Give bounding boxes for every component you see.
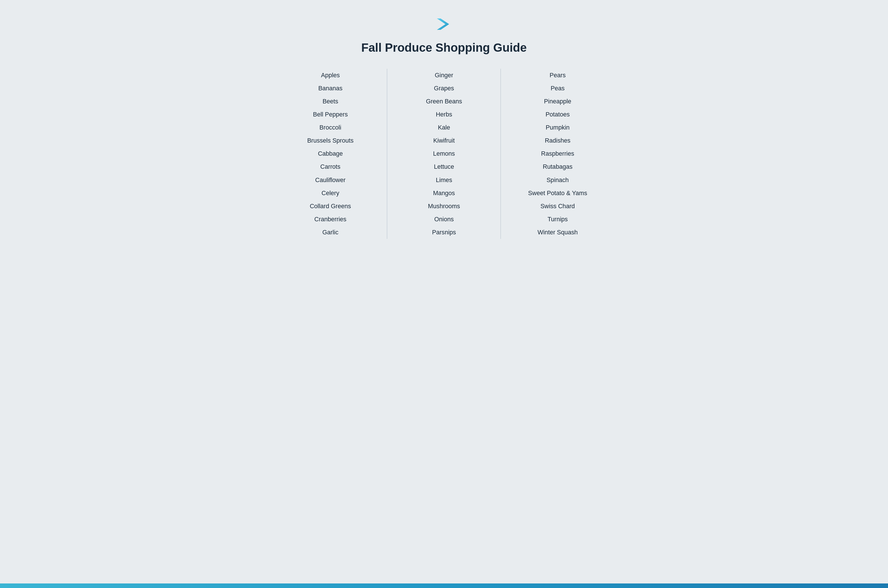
list-item: Collard Greens — [279, 200, 381, 213]
list-item: Pears — [507, 69, 609, 82]
logo-chevron-icon — [435, 17, 453, 31]
list-item: Celery — [279, 187, 381, 200]
column-1: ApplesBananasBeetsBell PeppersBroccoliBr… — [273, 69, 387, 239]
list-item: Peas — [507, 82, 609, 95]
list-item: Carrots — [279, 160, 381, 173]
column-2: GingerGrapesGreen BeansHerbsKaleKiwifrui… — [387, 69, 501, 239]
list-item: Pineapple — [507, 95, 609, 108]
list-item: Herbs — [393, 108, 495, 121]
list-item: Parsnips — [393, 226, 495, 239]
footer-bar — [0, 584, 888, 588]
page-title: Fall Produce Shopping Guide — [362, 41, 526, 54]
list-item: Rutabagas — [507, 160, 609, 173]
list-item: Winter Squash — [507, 226, 609, 239]
list-item: Bananas — [279, 82, 381, 95]
list-item: Raspberries — [507, 147, 609, 160]
list-item: Lettuce — [393, 160, 495, 173]
logo-container — [435, 17, 453, 32]
list-item: Kale — [393, 121, 495, 134]
list-item: Radishes — [507, 134, 609, 147]
list-item: Garlic — [279, 226, 381, 239]
list-item: Green Beans — [393, 95, 495, 108]
svg-marker-0 — [437, 18, 449, 30]
list-item: Lemons — [393, 147, 495, 160]
list-item: Pumpkin — [507, 121, 609, 134]
list-item: Potatoes — [507, 108, 609, 121]
list-item: Broccoli — [279, 121, 381, 134]
list-item: Spinach — [507, 174, 609, 187]
list-item: Grapes — [393, 82, 495, 95]
list-item: Swiss Chard — [507, 200, 609, 213]
columns-container: ApplesBananasBeetsBell PeppersBroccoliBr… — [273, 69, 615, 239]
list-item: Apples — [279, 69, 381, 82]
list-item: Kiwifruit — [393, 134, 495, 147]
list-item: Cranberries — [279, 213, 381, 226]
column-3: PearsPeasPineapplePotatoesPumpkinRadishe… — [501, 69, 615, 239]
list-item: Turnips — [507, 213, 609, 226]
list-item: Cabbage — [279, 147, 381, 160]
list-item: Cauliflower — [279, 174, 381, 187]
list-item: Mushrooms — [393, 200, 495, 213]
list-item: Bell Peppers — [279, 108, 381, 121]
list-item: Limes — [393, 174, 495, 187]
page-wrapper: Fall Produce Shopping Guide ApplesBanana… — [0, 0, 888, 584]
list-item: Beets — [279, 95, 381, 108]
list-item: Ginger — [393, 69, 495, 82]
list-item: Brussels Sprouts — [279, 134, 381, 147]
list-item: Onions — [393, 213, 495, 226]
list-item: Sweet Potato & Yams — [507, 187, 609, 200]
list-item: Mangos — [393, 187, 495, 200]
